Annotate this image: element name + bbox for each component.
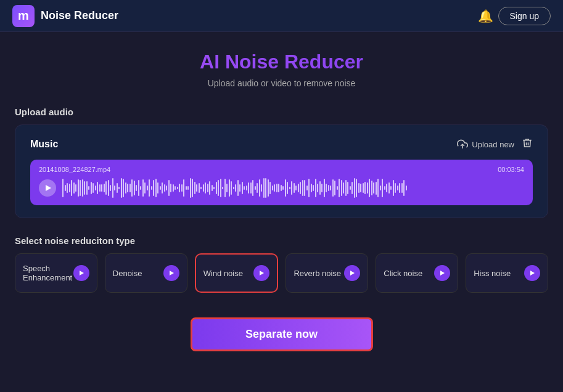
waveform-bar	[388, 182, 390, 194]
waveform-bar	[343, 182, 344, 194]
waveform-bar	[162, 182, 163, 193]
waveform-bar	[393, 180, 394, 196]
noise-card-denoise[interactable]: Denoise	[105, 253, 187, 293]
waveform-bar	[403, 180, 405, 196]
waveform-bar	[181, 184, 183, 191]
noise-card-speech-enhancement[interactable]: Speech Enhancement	[15, 253, 97, 293]
play-triangle-icon	[170, 271, 174, 276]
waveform-bar	[183, 179, 184, 197]
waveform-bar	[110, 185, 111, 190]
noise-card-click-noise[interactable]: Click noise	[376, 253, 458, 293]
waveform-bar	[295, 186, 297, 190]
noise-play-button-click-noise[interactable]	[434, 265, 450, 281]
noise-play-button-reverb-noise[interactable]	[344, 265, 360, 281]
waveform-bar	[248, 182, 249, 194]
waveform-bar	[397, 186, 398, 190]
upload-box: Music Upload new	[15, 125, 548, 218]
waveform-bar	[101, 184, 102, 192]
waveform-bar	[160, 186, 161, 190]
waveform-bar	[326, 184, 327, 192]
waveform-bar	[155, 179, 157, 197]
noise-play-button-denoise[interactable]	[163, 265, 179, 281]
waveform-bar	[71, 180, 72, 196]
waveform-bar	[354, 178, 355, 198]
waveform-bar	[196, 184, 197, 192]
waveform-bar	[306, 186, 308, 190]
waveform-bar	[235, 184, 236, 192]
hero-title: AI Noise Reducer	[15, 51, 548, 73]
waveform-bar	[351, 182, 353, 195]
waveform-bar	[298, 184, 299, 192]
waveform-bar	[226, 184, 228, 192]
waveform-bar	[345, 180, 347, 197]
waveform-play-button[interactable]	[39, 179, 56, 197]
waveform-bar	[213, 187, 215, 190]
waveform-bar	[200, 187, 202, 189]
waveform-bar	[134, 181, 135, 195]
waveform-bar	[216, 182, 217, 194]
upload-cloud-icon	[457, 139, 468, 150]
waveform-bar	[123, 179, 124, 197]
app-logo: m	[12, 5, 35, 27]
waveform-bar	[239, 184, 240, 191]
waveform-bar	[220, 179, 221, 197]
waveform-bar	[321, 184, 323, 192]
waveform-bar	[69, 184, 70, 192]
waveform-bar	[99, 184, 101, 192]
waveform-bar	[257, 183, 258, 192]
noise-card-hiss-noise[interactable]: Hiss noise	[466, 253, 548, 293]
waveform-bar	[179, 184, 180, 193]
play-triangle-icon	[46, 185, 51, 191]
header-left: m Noise Reducer	[12, 5, 118, 27]
waveform-bar	[157, 182, 158, 194]
waveform-bar	[281, 185, 282, 190]
audio-duration: 00:03:54	[498, 166, 524, 173]
delete-button[interactable]	[522, 137, 533, 151]
noise-card-label: Wind noise	[203, 269, 254, 278]
waveform-bar	[86, 181, 88, 195]
waveform-bar	[406, 186, 407, 190]
notification-icon[interactable]: 🔔	[478, 9, 493, 23]
waveform-bar	[175, 186, 176, 190]
waveform-bar	[382, 179, 383, 197]
waveform-bar	[252, 180, 253, 196]
noise-card-wind-noise[interactable]: Wind noise	[195, 253, 279, 293]
app-header: m Noise Reducer 🔔 Sign up	[0, 0, 563, 32]
waveform-bar	[192, 179, 193, 197]
noise-play-button-wind-noise[interactable]	[253, 265, 269, 281]
waveform-bar	[315, 179, 316, 197]
waveform-bar	[360, 184, 361, 193]
waveform-bar	[108, 180, 109, 196]
waveform-bar	[289, 187, 290, 189]
noise-play-button-hiss-noise[interactable]	[524, 265, 540, 281]
upload-new-label: Upload new	[472, 140, 514, 149]
waveform-bar	[231, 181, 232, 195]
waveform-bar	[229, 179, 230, 197]
waveform-bar	[170, 184, 171, 192]
waveform-bar	[390, 186, 392, 189]
waveform-bar	[380, 186, 381, 190]
waveform-bar	[265, 178, 266, 198]
noise-play-button-speech-enhancement[interactable]	[73, 265, 89, 281]
waveform-bar	[149, 179, 150, 196]
main-content: AI Noise Reducer Upload audio or video t…	[0, 32, 563, 364]
waveform-bar	[358, 183, 360, 194]
waveform-bar	[276, 184, 277, 192]
waveform-bar	[67, 183, 68, 193]
waveform-bar	[194, 182, 195, 195]
upload-section-label: Upload audio	[15, 107, 548, 117]
hero-subtitle: Upload audio or video to remove noise	[15, 78, 548, 88]
waveform-bar	[140, 186, 141, 190]
waveform-bar	[328, 185, 329, 192]
upload-new-button[interactable]: Upload new	[457, 139, 514, 150]
waveform-bar	[190, 178, 191, 198]
noise-card-reverb-noise[interactable]: Reverb noise	[286, 253, 368, 293]
waveform-bar	[224, 179, 226, 197]
waveform-bar	[337, 186, 338, 190]
waveform-bar	[114, 186, 115, 190]
play-triangle-icon	[260, 271, 264, 276]
separate-now-button[interactable]: Separate now	[191, 317, 373, 351]
waveform-bar	[91, 182, 92, 194]
signup-button[interactable]: Sign up	[498, 7, 551, 25]
waveform-bar	[302, 180, 303, 196]
